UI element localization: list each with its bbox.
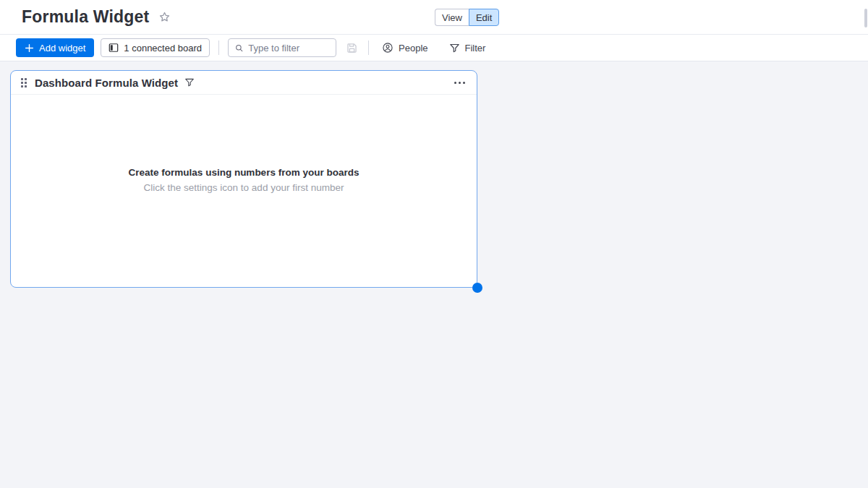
dashboard-app: Formula Widget View Edit Add widget 1 co… xyxy=(0,0,868,488)
favorite-star-icon[interactable] xyxy=(158,11,171,23)
filter-funnel-icon xyxy=(184,77,195,87)
dashboard-canvas: Dashboard Formula Widget Create formulas… xyxy=(0,61,868,488)
dashboard-toolbar: Add widget 1 connected board xyxy=(0,35,868,61)
filter-funnel-icon xyxy=(449,43,460,53)
search-icon xyxy=(235,43,243,53)
view-button[interactable]: View xyxy=(435,9,469,26)
save-icon xyxy=(346,42,358,54)
widget-empty-state: Create formulas using numbers from your … xyxy=(11,95,477,286)
toolbar-divider xyxy=(218,40,219,55)
title-bar: Formula Widget View Edit xyxy=(0,0,868,35)
filter-label: Filter xyxy=(465,43,486,53)
vertical-scrollbar[interactable] xyxy=(864,9,867,27)
edit-button[interactable]: Edit xyxy=(469,9,499,26)
save-filters-button[interactable] xyxy=(344,40,359,56)
page-title: Formula Widget xyxy=(22,7,149,27)
filter-search-field xyxy=(228,38,336,57)
person-circle-icon xyxy=(382,42,393,53)
filter-search-input[interactable] xyxy=(248,43,329,53)
connected-board-button[interactable]: 1 connected board xyxy=(101,38,210,57)
plus-icon xyxy=(25,43,34,53)
board-icon xyxy=(109,43,119,53)
filter-button[interactable]: Filter xyxy=(445,40,490,56)
people-label: People xyxy=(399,43,427,53)
add-widget-button[interactable]: Add widget xyxy=(16,38,94,57)
widget-header: Dashboard Formula Widget xyxy=(11,71,477,95)
widget-menu-button[interactable] xyxy=(451,79,468,87)
formula-widget-card[interactable]: Dashboard Formula Widget Create formulas… xyxy=(10,70,477,288)
widget-filter-button[interactable] xyxy=(184,77,195,87)
widget-resize-handle[interactable] xyxy=(472,283,482,293)
widget-title[interactable]: Dashboard Formula Widget xyxy=(35,77,178,89)
view-edit-toggle: View Edit xyxy=(435,9,499,26)
star-icon xyxy=(158,11,171,23)
empty-state-title: Create formulas using numbers from your … xyxy=(129,167,359,178)
connected-board-label: 1 connected board xyxy=(124,43,202,53)
drag-handle-icon[interactable] xyxy=(20,77,28,89)
add-widget-label: Add widget xyxy=(39,43,85,53)
ellipsis-icon xyxy=(454,82,456,84)
empty-state-subtitle: Click the settings icon to add your firs… xyxy=(144,182,344,193)
toolbar-divider xyxy=(368,40,369,55)
people-filter-button[interactable]: People xyxy=(378,40,432,56)
